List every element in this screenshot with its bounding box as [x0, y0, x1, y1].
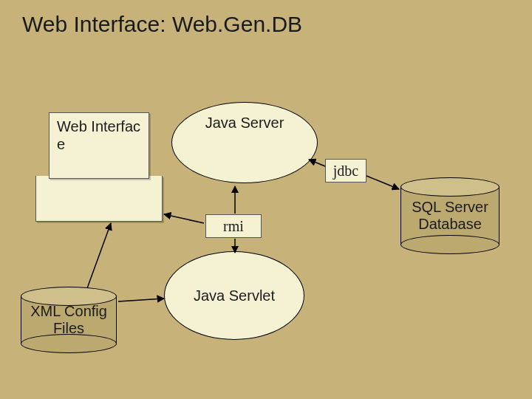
- java-server-label: Java Server: [205, 115, 284, 132]
- jdbc-label: jdbc: [333, 163, 358, 180]
- sql-cylinder-bottom: [400, 235, 499, 254]
- java-servlet-ellipse: Java Servlet: [164, 251, 304, 340]
- svg-line-6: [118, 299, 164, 301]
- sql-cylinder-top: [400, 177, 499, 197]
- svg-line-3: [366, 176, 399, 189]
- rmi-label-box: rmi: [205, 214, 262, 238]
- xml-cylinder-label: XML Config Files: [21, 303, 116, 337]
- java-servlet-label: Java Servlet: [194, 287, 275, 304]
- java-server-ellipse: Java Server: [171, 102, 318, 183]
- xml-cylinder-bottom: [21, 334, 117, 353]
- svg-line-2: [309, 160, 325, 166]
- web-interface-box: Web Interfac e: [49, 112, 149, 179]
- web-interface-base: [35, 176, 163, 222]
- rmi-label: rmi: [223, 218, 244, 235]
- svg-line-5: [87, 223, 111, 288]
- xml-cylinder-top: [21, 287, 117, 306]
- sql-cylinder-label: SQL Server Database: [401, 199, 499, 233]
- svg-line-4: [164, 214, 204, 223]
- jdbc-label-box: jdbc: [325, 159, 366, 183]
- diagram-title: Web Interface: Web.Gen.DB: [22, 12, 302, 37]
- web-interface-label: Web Interfac e: [57, 117, 141, 153]
